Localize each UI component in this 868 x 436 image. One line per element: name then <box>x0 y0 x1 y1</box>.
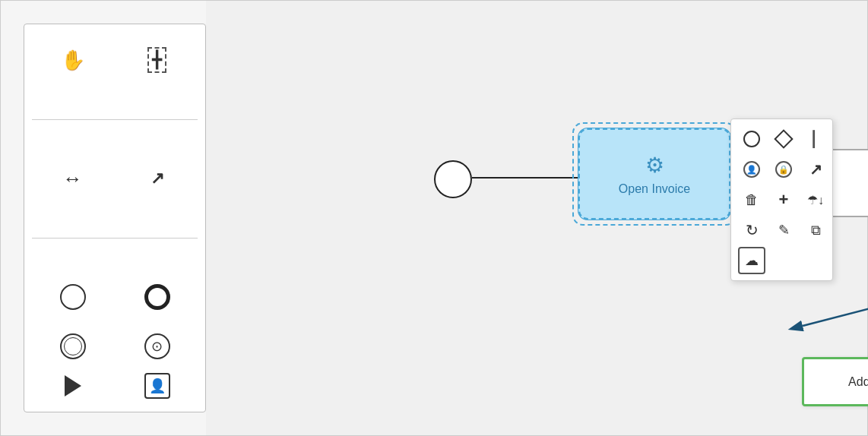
circle-icon <box>743 131 760 147</box>
plus-icon: + <box>779 190 789 210</box>
play-event-button[interactable] <box>55 368 91 404</box>
connect-arrow-button[interactable]: ↗ <box>802 156 829 183</box>
circle-lock-icon: 🔒 <box>775 161 792 178</box>
move-tool-button[interactable]: ↔ <box>55 160 91 197</box>
person-icon: 👤 <box>144 373 170 399</box>
bracket-button[interactable]: ⎢ <box>802 125 829 153</box>
circle-empty-icon <box>60 284 86 310</box>
circle-thick-icon <box>144 284 170 310</box>
timer-event-button[interactable] <box>139 328 176 365</box>
cloud-download-icon: ☂↓ <box>807 193 824 207</box>
open-invoice-node[interactable]: ⚙ Open Invoice <box>578 128 730 220</box>
edit-button[interactable]: ✎ <box>770 216 797 244</box>
user-task-button[interactable]: 👤 <box>139 368 176 404</box>
bracket-icon: ⎢ <box>811 131 820 147</box>
end-event-button[interactable] <box>139 279 176 315</box>
connect-arrow-icon: ↗ <box>809 160 822 179</box>
start-event-button[interactable] <box>55 279 91 315</box>
main-container: ✋ ╋ ↔ ↗ 👤 <box>0 0 868 436</box>
add-to-activity-library-label: Add to Activity Library <box>848 375 868 389</box>
connect-tool-button[interactable]: ↗ <box>139 160 176 197</box>
open-invoice-label: Open Invoice <box>619 182 690 196</box>
add-button[interactable]: + <box>770 186 797 213</box>
add-diamond-button[interactable] <box>770 125 797 153</box>
hand-tool-button[interactable]: ✋ <box>55 42 91 78</box>
svg-line-1 <box>803 282 868 326</box>
triangle-play-icon <box>65 375 81 397</box>
external-link-button[interactable]: ⧉ <box>802 216 829 244</box>
diamond-icon <box>774 129 793 148</box>
select-tool-button[interactable]: ╋ <box>139 42 176 78</box>
circle-lock-button[interactable]: 🔒 <box>770 156 797 183</box>
circle-double-icon <box>60 333 86 359</box>
circle-clock-icon <box>144 333 170 359</box>
external-link-icon: ⧉ <box>811 223 821 239</box>
context-menu: ⎢ 👤 🔒 ↗ 🗑 + ☂↓ ↻ <box>730 118 833 281</box>
add-circle-button[interactable] <box>738 125 765 153</box>
tooltip-arrow-svg <box>753 267 868 350</box>
start-event-node[interactable] <box>434 160 472 198</box>
intermediate-event-button[interactable] <box>55 328 91 365</box>
circle-user-button[interactable]: 👤 <box>738 156 765 183</box>
gear-icon: ⚙ <box>645 153 664 178</box>
edit-icon: ✎ <box>778 222 790 239</box>
toolbar: ✋ ╋ ↔ ↗ 👤 <box>24 24 206 412</box>
circle-user-icon: 👤 <box>743 161 760 178</box>
add-to-activity-library-button[interactable]: Add to Activity Library <box>802 357 868 406</box>
undo-icon: ↻ <box>746 221 759 239</box>
cloud-download-button[interactable]: ☂↓ <box>802 186 829 213</box>
delete-button[interactable]: 🗑 <box>738 186 765 213</box>
undo-button[interactable]: ↻ <box>738 216 765 244</box>
trash-icon: 🗑 <box>745 192 759 208</box>
canvas: ⚙ Open Invoice ... ck Valuesanually ⎢ 👤 <box>206 1 867 435</box>
